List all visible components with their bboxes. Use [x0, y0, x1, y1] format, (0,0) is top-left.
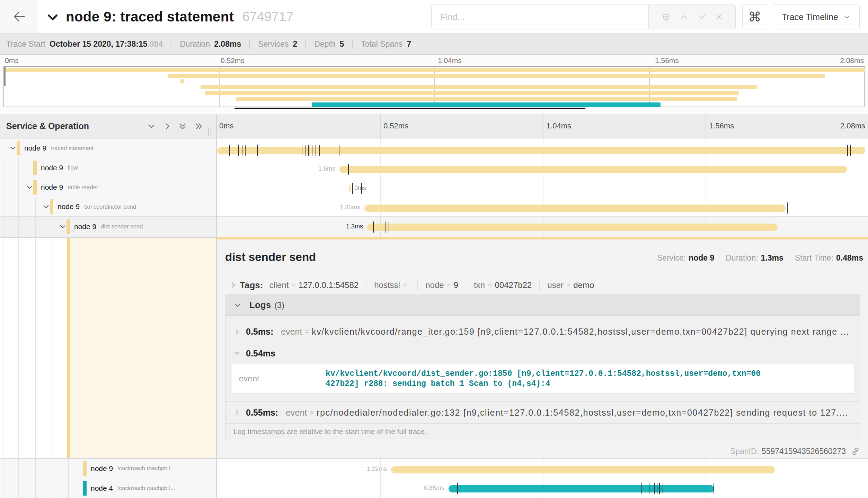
log-entry-3[interactable]: 0.55ms: event = rpc/nodedialer/nodediale… — [226, 402, 860, 423]
span-detail-panel: dist sender send Service: node 9 Duratio… — [217, 239, 868, 458]
log-value: rpc/nodedialer/nodedialer.go:132 [n9,cli… — [317, 408, 848, 418]
close-icon[interactable] — [715, 12, 724, 21]
span-row-4-name[interactable]: node 9dist sender send — [0, 216, 216, 237]
keyboard-shortcuts-button[interactable]: ⌘ — [742, 4, 767, 29]
log-event-key: event — [239, 364, 259, 393]
chevron-down-icon[interactable] — [697, 12, 707, 22]
span-bar[interactable] — [339, 166, 847, 173]
span-row-3-name[interactable]: node 9txn coordinator send — [0, 197, 216, 216]
collapse-one-icon[interactable] — [147, 122, 156, 131]
chevron-down-icon — [233, 350, 240, 357]
span-log-tick — [229, 145, 230, 156]
collapse-all-icon[interactable] — [178, 122, 187, 131]
header-gridline — [543, 114, 543, 138]
chevron-up-icon[interactable] — [679, 12, 689, 22]
row-expander-chevron[interactable] — [26, 183, 33, 191]
logs-footer-note: Log timestamps are relative to the start… — [226, 423, 860, 439]
find-group: Find... — [431, 4, 736, 29]
span-row-5-timeline[interactable]: 1.22ms — [217, 459, 868, 478]
header-tick-1: 0.52ms — [383, 114, 408, 138]
minimap-scrubber[interactable] — [4, 67, 6, 86]
chevron-down-icon — [843, 13, 851, 21]
span-row-2-timeline[interactable]: 0ms — [217, 178, 868, 197]
span-row-6-name[interactable]: node 4/cockroach.roachpb.I... — [0, 478, 216, 498]
tags-accordion[interactable]: Tags: client=127.0.0.1:54582hostssl=node… — [229, 277, 594, 293]
tag-item[interactable]: txn=00427b22 — [474, 280, 532, 290]
span-duration-label: 1.6ms — [318, 165, 335, 172]
logs-accordion: Logs (3) 0.5ms: event = kv/kvclient/kvco… — [225, 295, 860, 439]
log-key: event — [286, 408, 307, 418]
span-log-tick — [654, 483, 655, 494]
collapse-trace-chevron-icon[interactable] — [44, 10, 61, 24]
log-entry-2-header[interactable]: 0.54ms — [226, 343, 860, 363]
summary-item: Total Spans7 — [361, 39, 411, 49]
span-bar[interactable] — [364, 205, 786, 212]
span-row-1-name[interactable]: node 9flow — [0, 158, 216, 178]
selected-span-color-bar — [67, 238, 70, 459]
logs-label: Logs — [249, 300, 271, 310]
chevron-right-icon — [233, 409, 240, 416]
tags-label: Tags: — [240, 280, 263, 291]
span-log-tick — [850, 145, 851, 156]
header-tick-2: 1.04ms — [546, 114, 571, 138]
link-icon[interactable] — [851, 446, 860, 456]
log-event-table: event kv/kvclient/kvcoord/dist_sender.go… — [232, 364, 855, 393]
tag-item[interactable]: hostssl= — [374, 280, 410, 290]
header-gridline — [380, 114, 381, 138]
log-entry-1[interactable]: 0.5ms: event = kv/kvclient/kvcoord/range… — [226, 316, 860, 343]
span-bar[interactable] — [349, 185, 351, 192]
locate-icon[interactable] — [661, 12, 671, 22]
span-duration-label: 0ms — [354, 184, 366, 192]
span-bar[interactable] — [217, 147, 865, 154]
tag-item[interactable]: user=demo — [547, 280, 594, 290]
column-resize-handle[interactable] — [209, 128, 213, 136]
tag-item[interactable]: client=127.0.0.1:54582 — [269, 280, 358, 290]
expand-all-icon[interactable] — [194, 122, 203, 131]
span-service-name: node 9 — [74, 223, 96, 231]
summary-item: Duration2.08ms — [180, 39, 241, 49]
span-row-3-timeline[interactable]: 1.35ms — [217, 197, 868, 216]
chevron-right-icon — [229, 281, 237, 289]
find-controls — [649, 4, 736, 29]
column-divider[interactable] — [216, 114, 217, 498]
span-row-4-timeline[interactable]: 1.3ms — [217, 216, 868, 237]
chevron-down-icon — [233, 301, 242, 309]
row-expander-chevron[interactable] — [42, 203, 50, 210]
summary-item: Depth5 — [314, 39, 344, 49]
span-bar[interactable] — [367, 224, 778, 231]
span-row-1-timeline[interactable]: 1.6ms — [217, 158, 868, 178]
row-expander-chevron[interactable] — [59, 223, 67, 230]
span-log-tick — [257, 145, 258, 156]
span-row-5-name[interactable]: node 9/cockroach.roachpb.I... — [0, 459, 216, 478]
span-detail-accent-bar — [217, 237, 868, 239]
meta-value: 0.48ms — [836, 253, 863, 263]
span-row-2-name[interactable]: node 9table reader — [0, 178, 216, 197]
expand-one-icon[interactable] — [163, 122, 172, 131]
span-log-tick — [457, 483, 458, 494]
row-expander-chevron[interactable] — [9, 144, 17, 152]
span-color-block — [67, 219, 70, 234]
find-input[interactable]: Find... — [431, 4, 649, 29]
trace-timeline-dropdown[interactable]: Trace Timeline — [773, 4, 860, 29]
span-service-name: node 4 — [91, 484, 113, 492]
back-button[interactable] — [0, 0, 38, 33]
span-detail-meta: Service: node 9 Duration: 1.3ms Start Ti… — [657, 253, 863, 263]
span-operation-name: traced statement — [51, 145, 94, 152]
span-log-tick — [361, 183, 362, 194]
span-bar[interactable] — [449, 485, 714, 492]
span-service-name: node 9 — [41, 183, 63, 191]
span-duration-label: 0.85ms — [424, 485, 444, 492]
minimap-canvas[interactable] — [3, 66, 865, 107]
log-value: kv/kvclient/kvcoord/range_iter.go:159 [n… — [312, 327, 849, 337]
minimap-scroll-indicator[interactable] — [234, 108, 585, 109]
span-bar[interactable] — [391, 466, 775, 473]
logs-header[interactable]: Logs (3) — [226, 295, 860, 316]
tag-item[interactable]: node=9 — [425, 280, 458, 290]
span-row-6-timeline[interactable]: 0.85ms — [217, 478, 868, 498]
span-service-name: node 9 — [91, 464, 113, 473]
span-row-0-name[interactable]: node 9traced statement — [0, 138, 216, 158]
meta-label: Service: — [657, 253, 686, 263]
minimap-tick-1: 0.52ms — [221, 56, 245, 65]
log-event-value: kv/kvclient/kvcoord/dist_sender.go:1850 … — [326, 369, 849, 389]
span-row-0-timeline[interactable] — [217, 138, 868, 158]
